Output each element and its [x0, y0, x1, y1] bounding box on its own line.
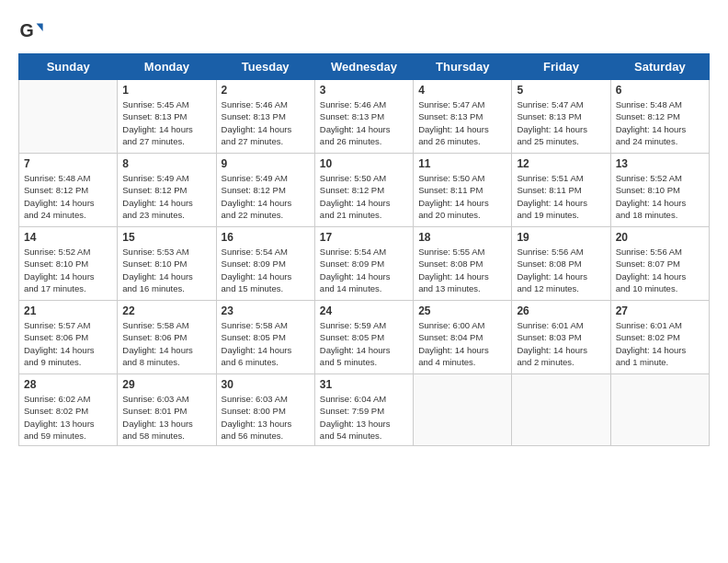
calendar-cell: 21Sunrise: 5:57 AM Sunset: 8:06 PM Dayli…	[19, 301, 118, 374]
calendar-cell	[610, 374, 709, 446]
date-number: 6	[616, 84, 704, 97]
calendar-cell: 6Sunrise: 5:48 AM Sunset: 8:12 PM Daylig…	[610, 80, 709, 154]
cell-content: Sunrise: 5:48 AM Sunset: 8:12 PM Dayligh…	[616, 98, 704, 147]
cell-content: Sunrise: 6:03 AM Sunset: 8:01 PM Dayligh…	[122, 393, 210, 442]
date-number: 21	[24, 304, 112, 317]
date-number: 8	[122, 157, 210, 170]
date-number: 13	[616, 157, 704, 170]
date-number: 16	[222, 231, 310, 244]
calendar-cell: 11Sunrise: 5:50 AM Sunset: 8:11 PM Dayli…	[414, 154, 512, 227]
cell-content: Sunrise: 5:52 AM Sunset: 8:10 PM Dayligh…	[616, 172, 704, 221]
cell-content: Sunrise: 5:46 AM Sunset: 8:13 PM Dayligh…	[222, 98, 310, 147]
cell-content: Sunrise: 5:50 AM Sunset: 8:11 PM Dayligh…	[418, 172, 506, 221]
date-number: 12	[517, 157, 605, 170]
calendar-cell: 28Sunrise: 6:02 AM Sunset: 8:02 PM Dayli…	[19, 374, 118, 446]
cell-content: Sunrise: 6:01 AM Sunset: 8:02 PM Dayligh…	[616, 319, 704, 368]
calendar-cell: 25Sunrise: 6:00 AM Sunset: 8:04 PM Dayli…	[414, 301, 512, 374]
date-number: 15	[122, 231, 210, 244]
date-number: 25	[418, 304, 506, 317]
cell-content: Sunrise: 5:50 AM Sunset: 8:12 PM Dayligh…	[320, 172, 408, 221]
cell-content: Sunrise: 6:02 AM Sunset: 8:02 PM Dayligh…	[24, 393, 112, 442]
cell-content: Sunrise: 5:49 AM Sunset: 8:12 PM Dayligh…	[222, 172, 310, 221]
calendar-week-1: 1Sunrise: 5:45 AM Sunset: 8:13 PM Daylig…	[19, 80, 710, 154]
svg-marker-1	[37, 24, 43, 31]
date-number: 22	[122, 304, 210, 317]
date-number: 24	[320, 304, 408, 317]
calendar-cell: 5Sunrise: 5:47 AM Sunset: 8:13 PM Daylig…	[512, 80, 610, 154]
date-number: 23	[222, 304, 310, 317]
cell-content: Sunrise: 5:49 AM Sunset: 8:12 PM Dayligh…	[122, 172, 210, 221]
calendar-cell: 3Sunrise: 5:46 AM Sunset: 8:13 PM Daylig…	[314, 80, 413, 154]
cell-content: Sunrise: 5:56 AM Sunset: 8:08 PM Dayligh…	[517, 246, 605, 294]
calendar-header-row: SundayMondayTuesdayWednesdayThursdayFrid…	[19, 54, 710, 80]
svg-text:G: G	[19, 20, 33, 40]
calendar-week-3: 14Sunrise: 5:52 AM Sunset: 8:10 PM Dayli…	[19, 227, 710, 301]
date-number: 18	[418, 231, 506, 244]
calendar-cell: 12Sunrise: 5:51 AM Sunset: 8:11 PM Dayli…	[512, 154, 610, 227]
cell-content: Sunrise: 5:46 AM Sunset: 8:13 PM Dayligh…	[320, 98, 408, 147]
calendar-cell: 4Sunrise: 5:47 AM Sunset: 8:13 PM Daylig…	[414, 80, 512, 154]
calendar-cell: 27Sunrise: 6:01 AM Sunset: 8:02 PM Dayli…	[610, 301, 709, 374]
calendar-cell: 30Sunrise: 6:03 AM Sunset: 8:00 PM Dayli…	[216, 374, 314, 446]
cell-content: Sunrise: 6:00 AM Sunset: 8:04 PM Dayligh…	[418, 319, 506, 368]
cell-content: Sunrise: 6:04 AM Sunset: 7:59 PM Dayligh…	[320, 393, 408, 442]
cell-content: Sunrise: 5:54 AM Sunset: 8:09 PM Dayligh…	[222, 246, 310, 294]
logo: G	[18, 18, 48, 44]
cell-content: Sunrise: 5:53 AM Sunset: 8:10 PM Dayligh…	[122, 246, 210, 294]
calendar-cell: 20Sunrise: 5:56 AM Sunset: 8:07 PM Dayli…	[610, 227, 709, 301]
calendar-week-2: 7Sunrise: 5:48 AM Sunset: 8:12 PM Daylig…	[19, 154, 710, 227]
calendar-cell: 16Sunrise: 5:54 AM Sunset: 8:09 PM Dayli…	[216, 227, 314, 301]
calendar-cell: 2Sunrise: 5:46 AM Sunset: 8:13 PM Daylig…	[216, 80, 314, 154]
calendar-body: 1Sunrise: 5:45 AM Sunset: 8:13 PM Daylig…	[19, 80, 710, 446]
date-number: 10	[320, 157, 408, 170]
day-header-wednesday: Wednesday	[314, 54, 413, 80]
calendar-cell: 13Sunrise: 5:52 AM Sunset: 8:10 PM Dayli…	[610, 154, 709, 227]
calendar-cell: 29Sunrise: 6:03 AM Sunset: 8:01 PM Dayli…	[118, 374, 216, 446]
calendar-cell: 15Sunrise: 5:53 AM Sunset: 8:10 PM Dayli…	[118, 227, 216, 301]
calendar-cell: 7Sunrise: 5:48 AM Sunset: 8:12 PM Daylig…	[19, 154, 118, 227]
cell-content: Sunrise: 5:47 AM Sunset: 8:13 PM Dayligh…	[517, 98, 605, 147]
date-number: 7	[24, 157, 112, 170]
calendar-cell: 9Sunrise: 5:49 AM Sunset: 8:12 PM Daylig…	[216, 154, 314, 227]
date-number: 26	[517, 304, 605, 317]
cell-content: Sunrise: 5:47 AM Sunset: 8:13 PM Dayligh…	[418, 98, 506, 147]
cell-content: Sunrise: 6:01 AM Sunset: 8:03 PM Dayligh…	[517, 319, 605, 368]
calendar-cell: 26Sunrise: 6:01 AM Sunset: 8:03 PM Dayli…	[512, 301, 610, 374]
cell-content: Sunrise: 5:59 AM Sunset: 8:05 PM Dayligh…	[320, 319, 408, 368]
calendar-cell: 10Sunrise: 5:50 AM Sunset: 8:12 PM Dayli…	[314, 154, 413, 227]
cell-content: Sunrise: 5:52 AM Sunset: 8:10 PM Dayligh…	[24, 246, 112, 294]
calendar-cell	[512, 374, 610, 446]
date-number: 1	[122, 84, 210, 97]
day-header-tuesday: Tuesday	[216, 54, 314, 80]
calendar-cell: 24Sunrise: 5:59 AM Sunset: 8:05 PM Dayli…	[314, 301, 413, 374]
calendar-week-4: 21Sunrise: 5:57 AM Sunset: 8:06 PM Dayli…	[19, 301, 710, 374]
calendar-cell: 1Sunrise: 5:45 AM Sunset: 8:13 PM Daylig…	[118, 80, 216, 154]
calendar-week-5: 28Sunrise: 6:02 AM Sunset: 8:02 PM Dayli…	[19, 374, 710, 446]
day-header-sunday: Sunday	[19, 54, 118, 80]
date-number: 29	[122, 378, 210, 391]
date-number: 17	[320, 231, 408, 244]
calendar-cell: 19Sunrise: 5:56 AM Sunset: 8:08 PM Dayli…	[512, 227, 610, 301]
page-header: G	[18, 18, 710, 44]
date-number: 9	[222, 157, 310, 170]
cell-content: Sunrise: 5:51 AM Sunset: 8:11 PM Dayligh…	[517, 172, 605, 221]
date-number: 5	[517, 84, 605, 97]
cell-content: Sunrise: 5:58 AM Sunset: 8:06 PM Dayligh…	[122, 319, 210, 368]
calendar-cell: 31Sunrise: 6:04 AM Sunset: 7:59 PM Dayli…	[314, 374, 413, 446]
day-header-thursday: Thursday	[414, 54, 512, 80]
cell-content: Sunrise: 5:58 AM Sunset: 8:05 PM Dayligh…	[222, 319, 310, 368]
cell-content: Sunrise: 5:55 AM Sunset: 8:08 PM Dayligh…	[418, 246, 506, 294]
calendar-cell: 18Sunrise: 5:55 AM Sunset: 8:08 PM Dayli…	[414, 227, 512, 301]
day-header-saturday: Saturday	[610, 54, 709, 80]
cell-content: Sunrise: 6:03 AM Sunset: 8:00 PM Dayligh…	[222, 393, 310, 442]
cell-content: Sunrise: 5:48 AM Sunset: 8:12 PM Dayligh…	[24, 172, 112, 221]
cell-content: Sunrise: 5:45 AM Sunset: 8:13 PM Dayligh…	[122, 98, 210, 147]
calendar-cell: 8Sunrise: 5:49 AM Sunset: 8:12 PM Daylig…	[118, 154, 216, 227]
date-number: 30	[222, 378, 310, 391]
calendar-cell	[414, 374, 512, 446]
logo-icon: G	[18, 18, 44, 44]
calendar-cell: 14Sunrise: 5:52 AM Sunset: 8:10 PM Dayli…	[19, 227, 118, 301]
date-number: 2	[222, 84, 310, 97]
calendar-cell	[19, 80, 118, 154]
date-number: 11	[418, 157, 506, 170]
